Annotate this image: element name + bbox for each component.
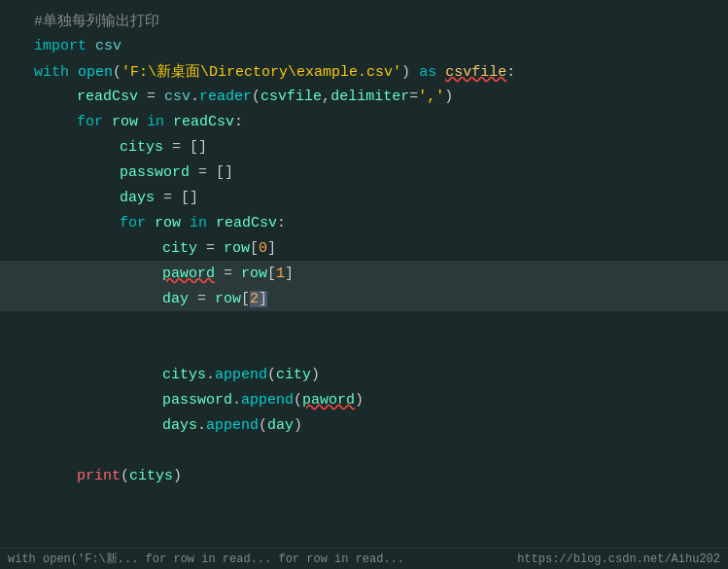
var-row-4: row <box>241 266 267 282</box>
code-line-10: city = row[0] <box>0 235 728 261</box>
code-line-7: password = [] <box>0 160 728 185</box>
var-paword-2: paword <box>302 392 355 409</box>
code-line-16: password.append(paword) <box>0 387 728 412</box>
module-name: csv <box>95 38 121 54</box>
var-password: password <box>120 164 190 181</box>
var-city: city <box>162 240 197 257</box>
line-content-4: readCsv = csv.reader(csvfile,delimiter='… <box>34 89 728 105</box>
code-line-5: for row in readCsv: <box>0 109 728 134</box>
code-line-15: citys.append(city) <box>0 362 728 387</box>
idx-0: 0 <box>259 240 267 257</box>
line-content-5: for row in readCsv: <box>34 114 728 130</box>
line-content-9: for row in readCsv: <box>34 215 728 231</box>
var-readcsv: readCsv <box>77 89 138 105</box>
line-content-12: day = row[2] <box>34 291 728 307</box>
var-row-5: row <box>215 291 241 307</box>
code-line-17: days.append(day) <box>0 412 728 438</box>
var-readcsv-3: readCsv <box>216 215 277 231</box>
line-content-2: import csv <box>34 38 728 54</box>
status-right: https://blog.csdn.net/Aihu202 <box>517 552 720 566</box>
var-row-1: row <box>112 114 138 130</box>
module-csv: csv <box>164 89 191 105</box>
code-line-2: import csv <box>0 33 728 58</box>
var-csvfile: csvfile <box>445 64 506 81</box>
code-line-6: citys = [] <box>0 134 728 160</box>
var-readcsv-2: readCsv <box>173 114 234 130</box>
comment-token: #单独每列输出打印 <box>34 14 159 30</box>
kw-with: with <box>34 64 69 81</box>
var-days: days <box>120 190 155 206</box>
string-path: 'F:\新桌面\Directory\example.csv' <box>121 64 401 81</box>
var-row-3: row <box>224 240 250 257</box>
code-line-11: paword = row[1] <box>0 261 728 286</box>
line-content-17: days.append(day) <box>34 417 728 434</box>
func-append-2: append <box>241 392 294 409</box>
line-content-6: citys = [] <box>34 139 728 156</box>
code-line-8: days = [] <box>0 185 728 210</box>
var-day: day <box>162 291 189 307</box>
kw-as: as <box>419 64 436 81</box>
space <box>87 38 95 54</box>
code-line-4: readCsv = csv.reader(csvfile,delimiter='… <box>0 84 728 109</box>
func-reader: reader <box>199 89 252 105</box>
param-delimiter: delimiter <box>330 89 409 105</box>
idx-2: 2 <box>250 291 259 307</box>
line-content-3: with open('F:\新桌面\Directory\example.csv'… <box>34 62 728 81</box>
line-content-10: city = row[0] <box>34 240 728 257</box>
var-paword: paword <box>162 266 215 282</box>
line-content-8: days = [] <box>34 190 728 206</box>
code-line-18 <box>0 438 728 463</box>
var-citys-3: citys <box>129 468 173 484</box>
var-password-2: password <box>162 392 232 409</box>
idx-1: 1 <box>276 266 285 282</box>
kw-for-2: for <box>120 215 146 231</box>
line-content-11: paword = row[1] <box>34 266 728 282</box>
string-comma: ',' <box>418 89 444 105</box>
status-left: with open('F:\新... for row in read... fo… <box>8 551 404 567</box>
kw-in-2: in <box>190 215 207 231</box>
line-content-19: print(citys) <box>34 468 728 484</box>
status-bar: with open('F:\新... for row in read... fo… <box>0 548 728 569</box>
code-editor: #单独每列输出打印 import csv with open('F:\新桌面\D… <box>0 0 728 569</box>
code-line-19: print(citys) <box>0 463 728 488</box>
var-citys: citys <box>120 139 163 156</box>
var-day-2: day <box>267 417 294 434</box>
func-append-3: append <box>206 417 259 434</box>
code-line-14 <box>0 337 728 362</box>
line-content-7: password = [] <box>34 164 728 181</box>
var-days-2: days <box>162 417 197 434</box>
var-city-2: city <box>276 367 311 383</box>
var-citys-2: citys <box>162 367 206 383</box>
code-line-9: for row in readCsv: <box>0 210 728 235</box>
code-line-13 <box>0 311 728 337</box>
kw-print: print <box>77 468 121 484</box>
line-content-1: #单独每列输出打印 <box>34 12 728 30</box>
var-row-2: row <box>155 215 181 231</box>
code-line-12: day = row[2] <box>0 286 728 311</box>
kw-import: import <box>34 38 87 54</box>
code-line-1: #单独每列输出打印 <box>0 8 728 33</box>
func-append-1: append <box>215 367 267 383</box>
line-content-16: password.append(paword) <box>34 392 728 409</box>
code-line-3: with open('F:\新桌面\Directory\example.csv'… <box>0 58 728 84</box>
var-csvfile2: csvfile <box>260 89 322 105</box>
kw-for-1: for <box>77 114 103 130</box>
kw-in-1: in <box>147 114 164 130</box>
func-open: open <box>78 64 113 81</box>
line-content-15: citys.append(city) <box>34 367 728 383</box>
